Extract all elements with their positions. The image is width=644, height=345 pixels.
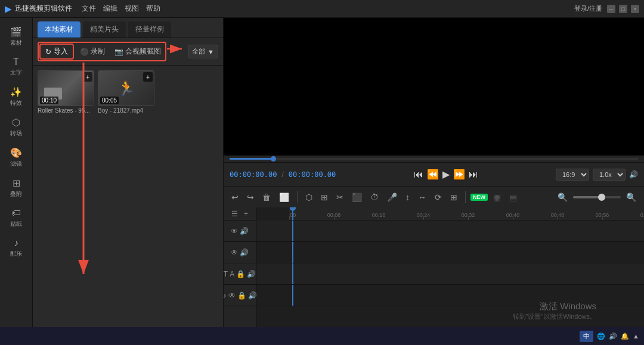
audio-icon[interactable]: 🔊 [240, 248, 249, 257]
sidebar-label-music: 配乐 [10, 250, 22, 258]
add-to-timeline-icon[interactable]: + [143, 72, 153, 82]
media-thumbnail: 🏃 00:05 + [98, 70, 154, 106]
media-filename: Boy - 21827.mp4 [98, 107, 154, 114]
media-filename: Roller Skates - 95... [38, 107, 94, 114]
taskbar-language[interactable]: 中 [580, 331, 593, 342]
filter-dropdown[interactable]: 全部 ▼ [188, 45, 218, 58]
skip-forward-button[interactable]: ⏭ [469, 169, 478, 180]
timeline-add-track[interactable]: + [242, 209, 250, 219]
tab-featured[interactable]: 精美片头 [83, 21, 126, 38]
playhead-dot [290, 207, 296, 211]
media-panel: 本地素材 精美片头 径量样例 ↻ 导入 ⚫ 录制 📷 会视频截图 [33, 18, 224, 345]
minimize-button[interactable]: ─ [607, 5, 615, 13]
audio-icon[interactable]: 🔊 [240, 227, 249, 235]
import-button[interactable]: ↻ 导入 [39, 43, 74, 60]
eye-icon[interactable]: 👁 [231, 248, 238, 257]
eye-icon[interactable]: 👁 [228, 291, 236, 300]
volume-icon[interactable]: 🔊 [629, 170, 638, 179]
login-button[interactable]: 登录/注册 [574, 4, 602, 13]
maximize-button[interactable]: □ [619, 5, 627, 13]
progress-fill [230, 158, 271, 160]
speed-button[interactable]: ⏱ [367, 190, 382, 204]
sidebar-item-effects[interactable]: ✨ 特效 [1, 83, 31, 111]
lock-icon[interactable]: 🔒 [236, 270, 245, 278]
eye-icon[interactable]: A [230, 270, 234, 278]
taskbar-network-icon[interactable]: 🌐 [597, 332, 605, 340]
list-item[interactable]: 00:10 + Roller Skates - 95... [38, 70, 94, 114]
paste-button[interactable]: ⊞ [318, 190, 331, 204]
audio-button[interactable]: 🎤 [384, 190, 400, 204]
crop-button[interactable]: ⬜ [276, 190, 292, 204]
window-controls: ─ □ × [607, 5, 639, 13]
delete-button[interactable]: 🗑 [259, 190, 274, 204]
sidebar-item-transition[interactable]: ⬡ 转场 [1, 113, 31, 141]
list-item[interactable]: 🏃 00:05 + Boy - 21827.mp4 [98, 70, 154, 114]
next-frame-button[interactable]: ⏩ [453, 169, 465, 180]
split-button[interactable]: ⬛ [349, 190, 365, 204]
cut-button[interactable]: ✂ [333, 190, 346, 204]
sidebar-item-filter[interactable]: 🎨 滤镜 [1, 144, 31, 172]
menu-file[interactable]: 文件 [82, 4, 96, 14]
zoom-out-button[interactable]: 🔍 [555, 190, 571, 204]
sidebar-item-media[interactable]: 🎬 素材 [1, 23, 31, 51]
track-label-video2: 👁 🔊 [224, 242, 256, 263]
track-row[interactable] [256, 220, 644, 242]
zoom-slider[interactable] [573, 196, 621, 198]
menu-edit[interactable]: 编辑 [103, 4, 117, 14]
track-label-video1: 👁 🔊 [224, 220, 256, 242]
app-name: 迅捷视频剪辑软件 [15, 4, 72, 14]
timeline-ruler: 00:00 00:08 00:16 00:24 00:32 00:40 00:4… [289, 207, 644, 220]
lock-icon[interactable]: 🔒 [237, 291, 246, 300]
toolbar-right: 🔍 🔍 [555, 190, 639, 204]
play-button[interactable]: ▶ [442, 169, 450, 180]
timeline-menu-button[interactable]: ☰ [229, 209, 240, 219]
skip-back-button[interactable]: ⏮ [414, 169, 423, 180]
track-row[interactable] [256, 263, 644, 285]
prev-frame-button[interactable]: ⏪ [427, 169, 439, 180]
music-note-icon[interactable]: ♪ [224, 291, 227, 300]
menu-view[interactable]: 视图 [125, 4, 139, 14]
sidebar-item-text[interactable]: T 文字 [1, 53, 31, 80]
import-label: 导入 [54, 46, 68, 57]
undo-button[interactable]: ↩ [228, 190, 242, 204]
track-row[interactable] [256, 285, 644, 306]
taskbar-notification-icon[interactable]: 🔔 [621, 332, 629, 340]
speaker-icon[interactable]: 🔊 [247, 270, 256, 278]
time-separator: / [281, 170, 283, 179]
redo-button[interactable]: ↪ [244, 190, 257, 204]
tab-local-media[interactable]: 本地素材 [38, 21, 80, 38]
copy-button[interactable]: ⬡ [302, 190, 315, 204]
taskbar-overflow-icon[interactable]: ▲ [633, 332, 639, 340]
sidebar-item-overlay[interactable]: ⊞ 叠附 [1, 174, 31, 202]
aspect-ratio-select[interactable]: 16:9 [556, 169, 589, 181]
zoom-in-button[interactable]: 🔍 [623, 190, 639, 204]
import-area-outline: ↻ 导入 ⚫ 录制 📷 会视频截图 [38, 42, 166, 61]
current-time: 00:00:00.00 [230, 170, 277, 179]
grid-button[interactable]: ⊞ [447, 190, 460, 204]
flip-v-button[interactable]: ↕ [402, 190, 413, 204]
taskbar-volume-icon[interactable]: 🔊 [609, 332, 617, 340]
zoom-level-select[interactable]: 1.0x [593, 169, 626, 181]
speaker-icon[interactable]: 🔊 [248, 291, 257, 300]
ruler-tick [334, 216, 335, 220]
preview-progress-bar[interactable] [230, 158, 638, 160]
sidebar-item-sticker[interactable]: 🏷 贴纸 [1, 204, 31, 232]
eye-icon[interactable]: 👁 [231, 227, 238, 235]
rotate-button[interactable]: ⟳ [432, 190, 445, 204]
sidebar-item-music[interactable]: ♪ 配乐 [1, 234, 31, 262]
progress-container[interactable] [224, 156, 644, 162]
add-to-timeline-icon[interactable]: + [83, 72, 92, 82]
close-button[interactable]: × [631, 5, 639, 13]
flip-h-button[interactable]: ↔ [415, 190, 429, 204]
record-button[interactable]: ⚫ 录制 [76, 45, 109, 58]
music-icon: ♪ [14, 238, 18, 248]
tab-samples[interactable]: 径量样例 [128, 21, 171, 38]
text-icon[interactable]: T [224, 270, 228, 278]
preview-controls: 00:00:00.00 / 00:00:00.00 ⏮ ⏪ ▶ ⏩ ⏭ 16:9… [224, 162, 644, 186]
playhead[interactable] [292, 207, 293, 220]
capture-button[interactable]: 📷 会视频截图 [111, 45, 165, 58]
zoom-handle[interactable] [598, 194, 605, 201]
track-row[interactable] [256, 242, 644, 263]
menu-help[interactable]: 帮助 [146, 4, 160, 14]
capture-icon: 📷 [114, 48, 123, 56]
